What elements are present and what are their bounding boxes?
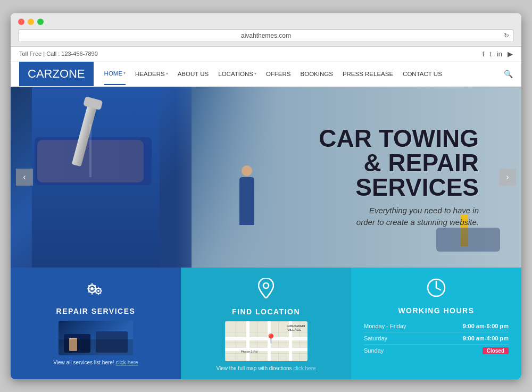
nav-item-press[interactable]: PRESS RELEASE	[343, 63, 393, 85]
browser-window: aivahthemes.com ↻ Toll Free | Call : 123…	[11, 13, 521, 379]
nav-item-contact[interactable]: CONTACT US	[403, 63, 442, 85]
hours-title: WORKING HOURS	[398, 306, 474, 315]
nav-item-bookings[interactable]: BOOKINGS	[301, 63, 333, 85]
hero-next-button[interactable]: ›	[499, 169, 516, 186]
repair-gear-icon	[82, 278, 109, 304]
hero-text: CAR TOWING & REPAIR SERVICES Everything …	[319, 126, 479, 228]
repair-services-panel: REPAIR SERVICES View all services list h…	[11, 268, 181, 379]
search-icon[interactable]: 🔍	[504, 70, 513, 78]
logo-text: CARZONE	[28, 67, 85, 80]
dot-close[interactable]	[18, 19, 24, 25]
logo[interactable]: CARZONE	[19, 62, 94, 86]
sunday-label: Sunday	[364, 347, 384, 354]
bg-car	[436, 228, 500, 252]
facebook-icon[interactable]: f	[483, 50, 485, 58]
hero-title: CAR TOWING & REPAIR SERVICES	[319, 126, 479, 199]
url-text: aivahthemes.com	[241, 32, 291, 39]
repair-title: REPAIR SERVICES	[56, 307, 136, 315]
nav-item-locations[interactable]: LOCATIONS ▾	[218, 63, 256, 85]
hero-title-line2: & REPAIR	[319, 150, 479, 174]
bg-person-head	[242, 165, 252, 176]
website: Toll Free | Call : 123-456-7890 f t in ▶…	[11, 47, 521, 379]
browser-chrome: aivahthemes.com ↻	[11, 13, 521, 47]
youtube-icon[interactable]: ▶	[508, 50, 513, 58]
mechanic-sleeve	[35, 137, 152, 185]
top-bar: Toll Free | Call : 123-456-7890 f t in ▶	[11, 47, 521, 62]
address-bar[interactable]: aivahthemes.com ↻	[18, 29, 514, 42]
services-section: REPAIR SERVICES View all services list h…	[11, 268, 521, 379]
saturday-time: 9:00 am-4:00 pm	[463, 335, 509, 341]
hero-mechanic-image	[11, 87, 192, 268]
zipper	[89, 124, 92, 177]
logo-part1: CAR	[28, 67, 52, 80]
main-nav: HOME ▾ HEADERS ▾ ABOUT US LOCATIONS ▾ OF…	[104, 63, 513, 85]
hero-subtitle-line2: order to create a stunning website.	[319, 216, 479, 229]
closed-badge: Closed	[483, 347, 509, 354]
dot-maximize[interactable]	[37, 19, 44, 25]
hero-subtitle-line1: Everything you need to have in	[319, 204, 479, 216]
svg-point-1	[90, 287, 94, 290]
location-link-text: View the full map with directions	[216, 365, 292, 371]
mechanic-figure	[11, 87, 192, 268]
social-icons: f t in ▶	[483, 50, 513, 58]
weekday-label: Monday - Friday	[364, 323, 406, 329]
hours-row-sunday: Sunday Closed	[364, 345, 509, 357]
hero-title-line3: SERVICES	[319, 174, 479, 199]
map-image: HINJAWADIVILLAGE Phase 2 Rd 📍	[225, 321, 307, 361]
dot-minimize[interactable]	[28, 19, 34, 25]
hours-row-saturday: Saturday 9:00 am-4:00 pm	[364, 332, 509, 345]
hero-section: CAR TOWING & REPAIR SERVICES Everything …	[11, 87, 521, 268]
refresh-icon[interactable]: ↻	[504, 32, 509, 39]
hero-prev-button[interactable]: ‹	[16, 169, 33, 186]
location-pin-icon	[258, 278, 274, 303]
logo-part2: ZONE	[52, 67, 85, 80]
location-link: View the full map with directions click …	[216, 365, 315, 371]
hero-subtitle: Everything you need to have in order to …	[319, 204, 479, 228]
header: CARZONE HOME ▾ HEADERS ▾ ABOUT US LOCATI…	[11, 62, 521, 87]
repair-link: View all services list here! click here	[53, 360, 138, 365]
svg-point-4	[263, 283, 269, 288]
twitter-icon[interactable]: t	[489, 50, 492, 58]
hours-row-weekday: Monday - Friday 9:00 am-6:00 pm	[364, 320, 509, 332]
location-title: FIND LOCATION	[232, 307, 300, 316]
nav-item-offers[interactable]: OFFERS	[266, 63, 291, 85]
nav-item-about[interactable]: ABOUT US	[178, 63, 209, 85]
location-link-cta[interactable]: click here	[293, 365, 315, 371]
working-hours-panel: WORKING HOURS Monday - Friday 9:00 am-6:…	[351, 268, 521, 379]
repair-image	[59, 321, 133, 355]
svg-point-3	[97, 290, 99, 292]
weekday-time: 9:00 am-6:00 pm	[463, 323, 509, 329]
svg-line-7	[436, 288, 440, 290]
clock-icon	[427, 278, 446, 302]
nav-item-home[interactable]: HOME ▾	[104, 63, 126, 85]
toll-free-text: Toll Free | Call : 123-456-7890	[19, 51, 98, 57]
hero-title-line1: CAR TOWING	[319, 126, 479, 150]
bg-person	[239, 177, 254, 225]
hours-table: Monday - Friday 9:00 am-6:00 pm Saturday…	[364, 320, 509, 357]
browser-dots	[18, 19, 514, 25]
saturday-label: Saturday	[364, 335, 387, 341]
repair-link-text: View all services list here!	[53, 360, 114, 365]
nav-item-headers[interactable]: HEADERS ▾	[135, 63, 168, 85]
find-location-panel: FIND LOCATION HINJAWADIVILLAGE Phase 2 R…	[181, 268, 351, 379]
linkedin-icon[interactable]: in	[497, 50, 502, 58]
repair-link-cta[interactable]: click here	[115, 360, 138, 365]
